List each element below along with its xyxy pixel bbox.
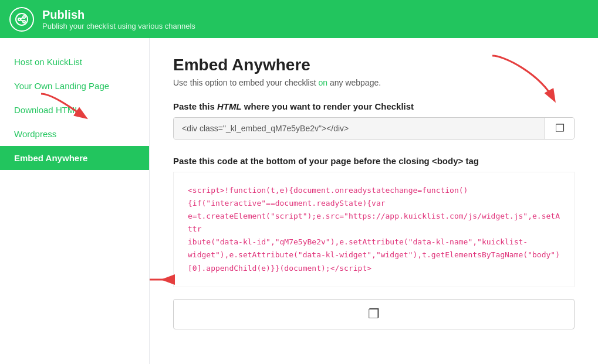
header-icon	[9, 7, 34, 32]
header-subtitle: Publish your checklist using various cha…	[42, 22, 195, 30]
bottom-copy-row[interactable]: ❐	[173, 299, 575, 329]
content-wrapper: Embed Anywhere Use this option to embed …	[173, 56, 575, 329]
embed-div-input[interactable]	[174, 118, 545, 139]
svg-point-1	[18, 18, 21, 21]
section2-label: Paste this code at the bottom of your pa…	[173, 156, 575, 166]
copy-script-icon: ❐	[368, 307, 380, 322]
sidebar-item-wordpress[interactable]: Wordpress	[0, 122, 149, 146]
sidebar: Host on KuickList Your Own Landing Page …	[0, 38, 150, 364]
header-title: Publish	[42, 8, 195, 22]
code-block: <script>!function(t,e){document.onreadys…	[173, 172, 575, 287]
copy-div-button[interactable]: ❐	[545, 118, 574, 139]
copy-div-icon: ❐	[555, 122, 565, 135]
publish-icon	[15, 12, 29, 26]
sidebar-item-host[interactable]: Host on KuickList	[0, 50, 149, 74]
svg-line-5	[21, 20, 23, 21]
top-right-arrow	[486, 50, 563, 108]
embed-input-row: ❐	[173, 117, 575, 140]
bottom-arrow	[150, 262, 179, 297]
svg-line-4	[21, 18, 23, 19]
sidebar-item-embed[interactable]: Embed Anywhere	[0, 146, 149, 170]
sidebar-arrow	[35, 88, 94, 123]
main-container: Host on KuickList Your Own Landing Page …	[0, 38, 598, 364]
header: Publish Publish your checklist using var…	[0, 0, 598, 38]
script-code: <script>!function(t,e){document.onreadys…	[188, 186, 560, 273]
content-area: Embed Anywhere Use this option to embed …	[150, 38, 598, 364]
header-text: Publish Publish your checklist using var…	[42, 8, 195, 30]
